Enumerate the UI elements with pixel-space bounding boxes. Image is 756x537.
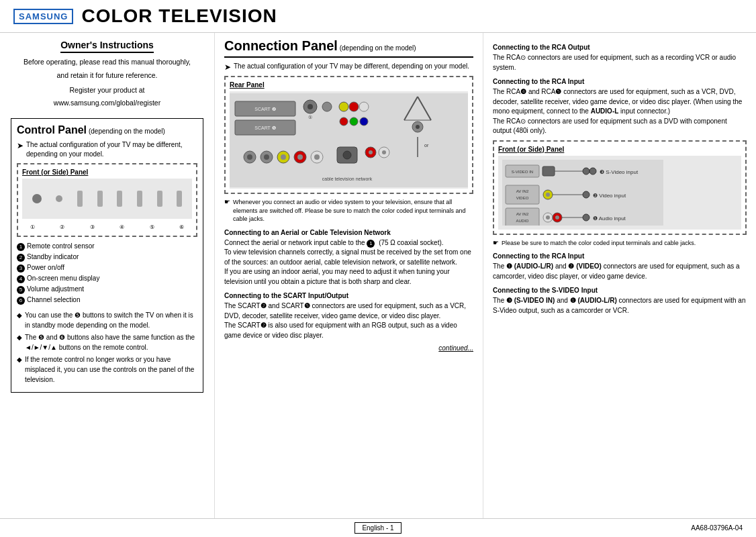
svg-point-59 [546, 215, 550, 219]
bullet-section: ◆ You can use the ❺ buttons to switch th… [17, 310, 197, 385]
bullet-item-1: ◆ You can use the ❺ buttons to switch th… [17, 310, 197, 330]
rca-input-body: The RCA❹ and RCA❺ connectors are used fo… [493, 87, 747, 136]
owners-website: www.samsung.com/global/register [11, 98, 203, 109]
svg-point-44 [583, 168, 589, 175]
footer: English - 1 AA68-03796A-04 [0, 518, 756, 537]
num-2: 2 [17, 254, 25, 262]
list-item: 2Standby indicator [17, 252, 197, 262]
svg-point-13 [350, 117, 358, 126]
side-panel-note-text: Please be sure to match the color coded … [502, 239, 696, 248]
svg-point-51 [546, 193, 550, 197]
list-item: 5Volume adjustment [17, 284, 197, 294]
num-badge-1: 1 [367, 240, 375, 248]
owners-para2: and retain it for future reference. [11, 70, 203, 81]
panel-button-2[interactable] [97, 191, 103, 207]
svg-text:AV IN2: AV IN2 [516, 212, 529, 216]
svg-point-9 [339, 102, 348, 111]
right-column: Connecting to the RCA Output The RCA⊙ co… [483, 33, 756, 518]
svg-text:❷ Video input: ❷ Video input [593, 193, 626, 199]
diamond-icon-2: ◆ [17, 332, 22, 352]
side-panel-box-right: Front (or Side) Panel S-VIDEO IN ❸ S-Vid… [493, 140, 747, 235]
list-label-4: On-screen menu display [27, 275, 99, 282]
bullet-text-2: The ❺ and ❻ buttons also have the same f… [25, 332, 197, 352]
connection-note-text: The actual configuration of your TV may … [234, 62, 469, 71]
btn-label-1: ① [30, 224, 35, 230]
list-item: 3Power on/off [17, 262, 197, 273]
svg-point-45 [589, 168, 596, 175]
numbered-list: 1Remote control sensor 2Standby indicato… [17, 241, 197, 305]
rca-output-body: The RCA⊙ connectors are used for equipme… [493, 53, 747, 72]
control-panel-header: Control Panel (depending on the model) [17, 124, 197, 136]
rca-input2-heading: Connecting to the RCA Input [493, 252, 747, 260]
panel-button-6[interactable] [177, 191, 182, 207]
side-panel-svg: S-VIDEO IN ❸ S-Video input AV IN2 VIDEO [502, 160, 663, 226]
svg-point-19 [416, 125, 420, 129]
panel-button-1[interactable] [77, 191, 83, 207]
svg-text:SCART ❺: SCART ❺ [254, 126, 275, 130]
rca-input2-body: The ❶ (AUDIO-L/R) and ❷ (VIDEO) connecto… [493, 262, 747, 281]
svg-point-25 [281, 154, 286, 160]
rear-panel-svg: SCART ❷ SCART ❺ ① [230, 93, 468, 187]
svg-text:AV IN2: AV IN2 [516, 189, 529, 193]
arrow-icon: ➤ [17, 141, 23, 150]
num-4: 4 [17, 275, 25, 283]
scart-heading: Connecting to the SCART Input/Output [224, 292, 473, 299]
control-panel-note: ➤ The actual configuration of your TV ma… [17, 140, 197, 159]
panel-button-labels: ① ② ③ ④ ⑤ ⑥ [22, 223, 192, 232]
panel-circle-sensor [32, 194, 42, 203]
panel-button-5[interactable] [157, 191, 162, 207]
panel-button-3[interactable] [117, 191, 122, 207]
connection-panel-subtitle: (depending on the model) [340, 44, 416, 52]
continued-label: continued... [224, 344, 473, 352]
svg-point-21 [247, 154, 252, 160]
connection-panel-header: Connection Panel (depending on the model… [224, 38, 473, 58]
list-label-1: Remote control sensor [27, 242, 95, 250]
svg-point-14 [360, 117, 368, 126]
diamond-icon-1: ◆ [17, 310, 22, 330]
svg-text:VIDEO: VIDEO [516, 196, 529, 200]
svg-point-31 [343, 151, 351, 159]
list-label-3: Power on/off [27, 264, 64, 271]
arrow-icon-center: ➤ [224, 62, 231, 72]
num-1: 1 [17, 243, 25, 251]
svg-point-23 [264, 154, 269, 160]
note-bullet-icon: ☛ [224, 198, 230, 205]
btn-label-5: ⑤ [150, 224, 154, 230]
connection-note: ➤ The actual configuration of your TV ma… [224, 62, 473, 72]
page-title: COLOR TELEVISION [81, 5, 277, 27]
num-6: 6 [17, 297, 25, 305]
header: SAMSUNG COLOR TELEVISION [0, 0, 756, 33]
rear-panel-title: Rear Panel [230, 81, 468, 89]
connection-panel-title: Connection Panel [224, 38, 338, 53]
aerial-heading: Connecting to an Aerial or Cable Televis… [224, 229, 473, 236]
aerial-body: Connect the aerial or network input cabl… [224, 238, 473, 287]
bullet-text-3: If the remote control no longer works or… [25, 354, 197, 385]
svg-text:❶ Audio input: ❶ Audio input [593, 215, 626, 222]
svg-point-61 [555, 215, 559, 219]
panel-button-4[interactable] [137, 191, 142, 207]
svg-text:AUDIO: AUDIO [516, 219, 528, 223]
svg-rect-47 [506, 185, 539, 204]
list-item: 6Channel selection [17, 295, 197, 305]
svg-point-12 [340, 117, 348, 126]
left-column: Owner's Instructions Before operating, p… [0, 33, 215, 518]
control-note-text: The actual configuration of your TV may … [26, 140, 197, 159]
center-main-note: Whenever you connect an audio or video s… [233, 198, 473, 224]
svg-point-29 [314, 154, 320, 160]
main-content: Owner's Instructions Before operating, p… [0, 33, 756, 518]
list-label-2: Standby indicator [27, 253, 79, 260]
side-panel-note-row: ☛ Please be sure to match the color code… [493, 239, 747, 248]
owners-para3: Register your product at [11, 85, 203, 96]
rear-panel-diagram: SCART ❷ SCART ❺ ① [230, 91, 468, 189]
side-panel-title-right: Front (or Side) Panel [498, 146, 741, 153]
control-panel-subtitle: (depending on the model) [89, 128, 165, 135]
svg-text:①: ① [308, 115, 312, 119]
svg-point-11 [359, 102, 369, 111]
bullet-item-2: ◆ The ❺ and ❻ buttons also have the same… [17, 332, 197, 352]
btn-label-2: ② [60, 224, 64, 230]
bullet-text-1: You can use the ❺ buttons to switch the … [25, 310, 197, 330]
scart-body: The SCART❷ and SCART❺ connectors are use… [224, 301, 473, 340]
list-label-5: Volume adjustment [27, 285, 84, 293]
btn-label-3: ③ [90, 224, 95, 230]
svg-point-33 [369, 150, 373, 154]
